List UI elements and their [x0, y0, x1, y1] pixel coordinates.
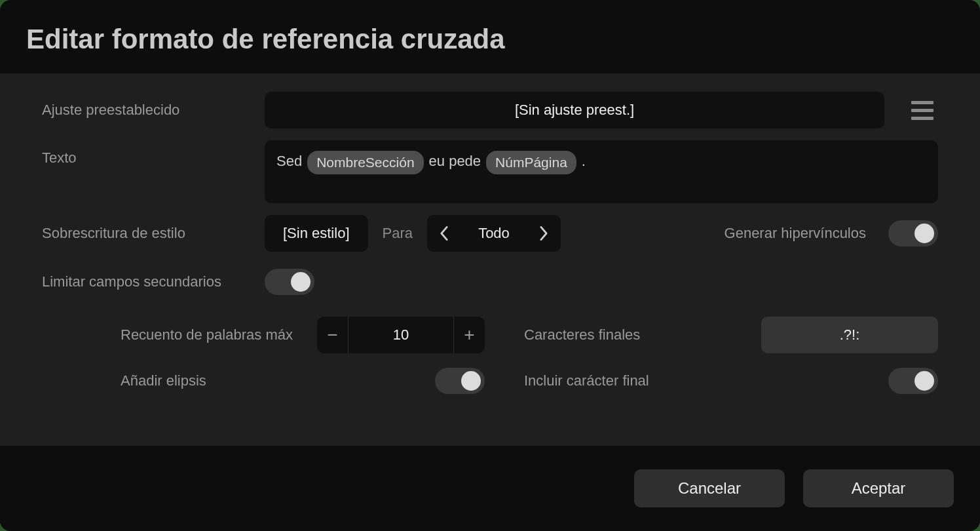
max-words-row: Recuento de palabras máx − 10 + — [42, 312, 485, 358]
subfield-options: Recuento de palabras máx − 10 + Caracter… — [42, 312, 938, 404]
chevron-left-icon — [440, 226, 449, 241]
end-chars-row: Caracteres finales .?!: — [524, 312, 938, 358]
dialog-header: Editar formato de referencia cruzada — [0, 0, 980, 73]
for-label: Para — [383, 225, 413, 242]
preset-menu-button[interactable] — [907, 92, 938, 128]
max-words-increment[interactable]: + — [453, 317, 485, 353]
end-chars-label: Caracteres finales — [524, 326, 640, 344]
text-row: Texto Sed NombreSección eu pede NúmPágin… — [42, 140, 938, 203]
scope-next-button[interactable] — [527, 215, 561, 252]
max-words-decrement[interactable]: − — [317, 317, 349, 353]
limit-subfields-label: Limitar campos secundarios — [42, 273, 265, 290]
preset-select[interactable]: [Sin ajuste preest.] — [265, 92, 884, 128]
dialog-body: Ajuste preestablecido [Sin ajuste preest… — [0, 73, 980, 446]
preset-value: [Sin ajuste preest.] — [515, 102, 634, 119]
preset-row: Ajuste preestablecido [Sin ajuste preest… — [42, 92, 938, 128]
text-label: Texto — [42, 140, 265, 167]
text-template-input[interactable]: Sed NombreSección eu pede NúmPágina . — [265, 140, 938, 203]
preset-label: Ajuste preestablecido — [42, 102, 265, 119]
toggle-knob — [291, 272, 311, 292]
toggle-knob — [914, 371, 934, 391]
style-override-row: Sobrescritura de estilo [Sin estilo] Par… — [42, 215, 938, 252]
accept-label: Aceptar — [852, 479, 906, 498]
style-value: [Sin estilo] — [283, 225, 350, 242]
max-words-label: Recuento de palabras máx — [42, 326, 317, 344]
text-part: Sed — [276, 151, 302, 172]
add-ellipsis-label: Añadir elipsis — [42, 372, 206, 389]
token-page-number[interactable]: NúmPágina — [486, 151, 576, 174]
end-chars-value: .?!: — [840, 326, 860, 344]
dialog-footer: Cancelar Aceptar — [0, 446, 980, 531]
limit-subfields-row: Limitar campos secundarios — [42, 264, 938, 300]
scope-value: Todo — [461, 215, 527, 252]
style-select[interactable]: [Sin estilo] — [265, 215, 368, 252]
max-words-stepper: − 10 + — [317, 317, 485, 353]
chevron-right-icon — [539, 226, 548, 241]
dialog-title: Editar formato de referencia cruzada — [26, 24, 954, 55]
cancel-label: Cancelar — [678, 479, 741, 498]
cancel-button[interactable]: Cancelar — [634, 469, 785, 507]
edit-crossref-format-dialog: Editar formato de referencia cruzada Aju… — [0, 0, 980, 531]
add-ellipsis-toggle[interactable] — [435, 368, 485, 394]
add-ellipsis-row: Añadir elipsis — [42, 358, 485, 404]
include-end-char-row: Incluir carácter final — [524, 358, 938, 404]
text-part: . — [582, 151, 586, 172]
style-override-label: Sobrescritura de estilo — [42, 225, 265, 242]
menu-icon — [911, 101, 933, 104]
token-section-name[interactable]: NombreSección — [307, 151, 423, 174]
max-words-value[interactable]: 10 — [349, 317, 453, 353]
include-end-char-label: Incluir carácter final — [524, 372, 649, 389]
toggle-knob — [914, 224, 934, 243]
toggle-knob — [461, 371, 481, 391]
scope-nav: Todo — [427, 215, 561, 252]
scope-prev-button[interactable] — [427, 215, 461, 252]
accept-button[interactable]: Aceptar — [803, 469, 954, 507]
hyperlinks-label: Generar hipervínculos — [725, 225, 866, 242]
include-end-char-toggle[interactable] — [888, 368, 938, 394]
text-part: eu pede — [429, 151, 481, 172]
limit-subfields-toggle[interactable] — [265, 269, 314, 295]
end-chars-input[interactable]: .?!: — [761, 317, 938, 353]
hyperlinks-toggle[interactable] — [888, 220, 938, 246]
